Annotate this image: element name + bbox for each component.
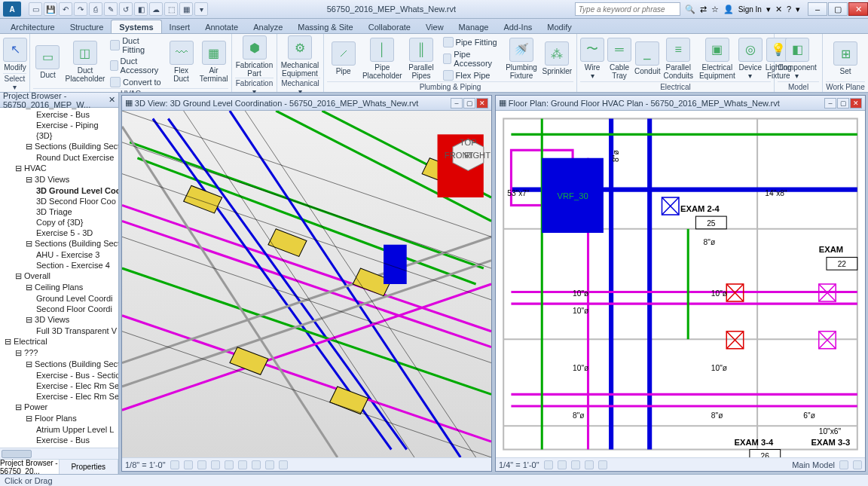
search-icon[interactable]: 🔍 bbox=[685, 5, 695, 14]
browser-hscroll[interactable] bbox=[0, 448, 118, 459]
view-maximize-button[interactable]: ▢ bbox=[837, 98, 849, 109]
tab-manage[interactable]: Manage bbox=[451, 20, 497, 33]
qat-print-icon[interactable]: ⎙ bbox=[89, 2, 102, 16]
tree-item[interactable]: AHU - Exercise 3 bbox=[0, 249, 118, 260]
qat-open-icon[interactable]: ▭ bbox=[29, 2, 42, 16]
pipe-placeholder-button[interactable]: │PipePlaceholder bbox=[362, 38, 402, 80]
flex-pipe-button[interactable]: Flex Pipe bbox=[441, 69, 503, 81]
duct-fitting-button[interactable]: Duct Fitting bbox=[108, 35, 164, 55]
tree-item[interactable]: ⊟ HVAC bbox=[0, 163, 118, 174]
vs-icon[interactable] bbox=[170, 460, 179, 469]
signin-link[interactable]: Sign In bbox=[738, 5, 762, 14]
convert-to-button[interactable]: Convert to bbox=[108, 76, 164, 88]
maximize-button[interactable]: ▢ bbox=[828, 2, 848, 16]
app-icon[interactable]: A bbox=[3, 2, 21, 17]
pipe-accessory-button[interactable]: Pipe Accessory bbox=[441, 49, 503, 69]
view-3d-scale[interactable]: 1/8" = 1'-0" bbox=[125, 460, 166, 469]
view-minimize-button[interactable]: – bbox=[451, 98, 463, 109]
close-button[interactable]: ✕ bbox=[848, 2, 868, 16]
tree-item[interactable]: 3D Ground Level Coo bbox=[0, 185, 118, 196]
vs-icon[interactable] bbox=[853, 460, 862, 469]
qat-undo-icon[interactable]: ↶ bbox=[59, 2, 72, 16]
vs-icon[interactable] bbox=[184, 460, 193, 469]
signin-dropdown-icon[interactable]: ▾ bbox=[766, 5, 771, 14]
device-button[interactable]: ◎Device▾ bbox=[738, 38, 763, 80]
vs-icon[interactable] bbox=[571, 460, 580, 469]
qat-dropdown-icon[interactable]: ▾ bbox=[194, 2, 208, 16]
tab-view[interactable]: View bbox=[418, 20, 451, 33]
tree-item[interactable]: ⊟ Ceiling Plans bbox=[0, 282, 118, 293]
tree-item[interactable]: ⊟ Power bbox=[0, 402, 118, 413]
tree-item[interactable]: ⊟ Sections (Building Sectio bbox=[0, 238, 118, 249]
component-button[interactable]: ◧Component▾ bbox=[778, 38, 817, 80]
help-icon[interactable]: ? bbox=[787, 5, 791, 14]
vs-icon[interactable] bbox=[265, 460, 274, 469]
vs-icon[interactable] bbox=[558, 460, 567, 469]
qat-redo-icon[interactable]: ↷ bbox=[74, 2, 87, 16]
tree-item[interactable]: Exercise - Elec Rm Se bbox=[0, 391, 118, 402]
minimize-button[interactable]: – bbox=[808, 2, 827, 16]
browser-close-icon[interactable]: ✕ bbox=[108, 95, 115, 105]
vs-icon[interactable] bbox=[598, 460, 607, 469]
appstore-icon[interactable]: ✕ bbox=[775, 5, 782, 14]
tab-properties[interactable]: Properties bbox=[60, 460, 119, 474]
tree-item[interactable]: Exercise - Bus bbox=[0, 109, 118, 120]
tree-item[interactable]: ⊟ Overall bbox=[0, 271, 118, 282]
cable-tray-button[interactable]: ═CableTray bbox=[607, 38, 631, 80]
view-minimize-button[interactable]: – bbox=[824, 98, 836, 109]
qat-sync-icon[interactable]: ↺ bbox=[119, 2, 133, 16]
tab-collaborate[interactable]: Collaborate bbox=[361, 20, 418, 33]
vs-icon[interactable] bbox=[211, 460, 220, 469]
qat-save-icon[interactable]: 💾 bbox=[44, 2, 57, 16]
tree-item[interactable]: Atrium Upper Level L bbox=[0, 424, 118, 435]
tab-annotate[interactable]: Annotate bbox=[197, 20, 246, 33]
mech-equipment-button[interactable]: ⚙MechanicalEquipment bbox=[280, 35, 319, 78]
tree-item[interactable]: Full 3D Transparent V bbox=[0, 326, 118, 336]
tree-item[interactable]: ⊟ Electrical bbox=[0, 336, 118, 347]
canvas-3d[interactable]: TOP RIGHT FRONT bbox=[122, 111, 491, 457]
air-terminal-button[interactable]: ▦AirTerminal bbox=[199, 41, 228, 83]
tree-item[interactable]: ⊟ Sections (Building Sectio bbox=[0, 359, 118, 370]
plumbing-fixture-button[interactable]: 🚿PlumbingFixture bbox=[505, 38, 537, 80]
tab-systems[interactable]: Systems bbox=[111, 20, 161, 33]
sprinkler-button[interactable]: ⁂Sprinkler bbox=[541, 41, 573, 75]
star-icon[interactable]: ☆ bbox=[711, 5, 719, 14]
tab-insert[interactable]: Insert bbox=[162, 20, 198, 33]
help-dropdown-icon[interactable]: ▾ bbox=[796, 5, 800, 14]
tree-item[interactable]: Section - Exercise 4 bbox=[0, 260, 118, 271]
qat-measure-icon[interactable]: ✎ bbox=[104, 2, 118, 16]
exchange-icon[interactable]: ⇄ bbox=[700, 5, 707, 14]
tree-item[interactable]: {3D} bbox=[0, 130, 118, 141]
tree-item[interactable]: 3D Second Floor Coo bbox=[0, 196, 118, 206]
set-button[interactable]: ⊞Set bbox=[826, 41, 865, 75]
qat-btn9[interactable]: ☁ bbox=[149, 2, 163, 16]
tree-item[interactable]: Exercise - Bus - Sectio bbox=[0, 370, 118, 381]
scroll-thumb[interactable] bbox=[2, 450, 32, 458]
parallel-conduits-button[interactable]: ≡ParallelConduits bbox=[663, 38, 692, 80]
tree-item[interactable]: ⊟ ??? bbox=[0, 347, 118, 359]
view-close-button[interactable]: ✕ bbox=[850, 98, 862, 109]
view-close-button[interactable]: ✕ bbox=[476, 98, 488, 109]
tree-item[interactable]: 3D Triage bbox=[0, 206, 118, 217]
canvas-plan[interactable]: VRF_30 EXAM 2-4 25 bbox=[496, 111, 865, 457]
tree-item[interactable]: Copy of {3D} bbox=[0, 217, 118, 228]
duct-placeholder-button[interactable]: ◫DuctPlaceholder bbox=[66, 41, 105, 83]
pipe-fitting-button[interactable]: Pipe Fitting bbox=[441, 36, 503, 48]
user-icon[interactable]: 👤 bbox=[723, 5, 734, 14]
vs-icon[interactable] bbox=[197, 460, 206, 469]
search-input[interactable] bbox=[575, 2, 680, 16]
vs-icon[interactable] bbox=[585, 460, 594, 469]
view-plan-scale[interactable]: 1/4" = 1'-0" bbox=[499, 460, 539, 469]
vs-icon[interactable] bbox=[544, 460, 553, 469]
vs-icon[interactable] bbox=[839, 460, 848, 469]
tree-item[interactable]: Exercise 5 - 3D bbox=[0, 228, 118, 238]
modify-button[interactable]: ↖Modify bbox=[3, 38, 27, 72]
tree-item[interactable]: Round Duct Exercise bbox=[0, 152, 118, 163]
duct-accessory-button[interactable]: Duct Accessory bbox=[108, 56, 164, 75]
tree-item[interactable]: Exercise - Elec Rm Se bbox=[0, 381, 118, 391]
tab-add-ins[interactable]: Add-Ins bbox=[496, 20, 539, 33]
tab-modify[interactable]: Modify bbox=[539, 20, 579, 33]
view-maximize-button[interactable]: ▢ bbox=[463, 98, 475, 109]
elec-equipment-button[interactable]: ▣ElectricalEquipment bbox=[699, 38, 735, 80]
wire-button[interactable]: 〜Wire▾ bbox=[580, 38, 604, 80]
